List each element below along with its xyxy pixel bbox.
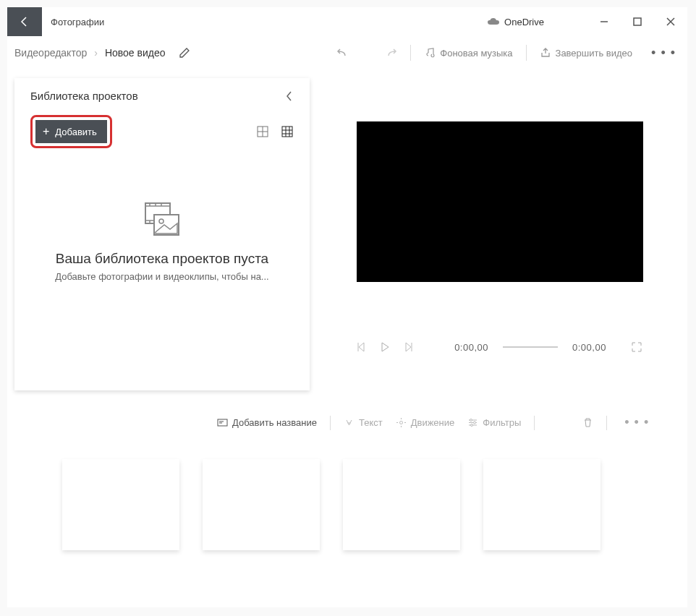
title-bar: Фотографии OneDrive xyxy=(7,7,687,36)
delete-button[interactable] xyxy=(582,417,593,428)
onedrive-button[interactable]: OneDrive xyxy=(487,17,544,27)
svg-point-10 xyxy=(471,424,473,427)
chevron-right-icon: › xyxy=(94,47,98,59)
svg-point-7 xyxy=(399,422,402,424)
motion-button[interactable]: Движение xyxy=(396,417,455,428)
finish-video-button[interactable]: Завершить видео xyxy=(540,47,633,59)
add-button[interactable]: + Добавить xyxy=(35,120,107,143)
text-icon xyxy=(344,417,355,428)
breadcrumb-current[interactable]: Новое видео xyxy=(105,47,166,59)
svg-rect-0 xyxy=(634,18,641,25)
timeline-toolbar: Добавить название Текст Движение Фильтры… xyxy=(7,408,687,437)
storyboard-slot[interactable] xyxy=(62,459,179,550)
scrubber[interactable] xyxy=(503,346,558,348)
export-icon xyxy=(540,47,551,59)
play-button[interactable] xyxy=(381,342,389,352)
arrow-left-icon xyxy=(19,16,30,27)
library-panel: Библиотека проектов + Добавить xyxy=(14,78,310,390)
svg-rect-2 xyxy=(282,127,292,137)
player-controls: 0:00,00 0:00,00 xyxy=(331,341,669,353)
title-card-icon xyxy=(217,417,228,428)
onedrive-label: OneDrive xyxy=(504,17,544,27)
plus-icon: + xyxy=(43,126,49,137)
timeline-more-button[interactable]: • • • xyxy=(620,415,653,430)
finish-label: Завершить видео xyxy=(556,48,633,59)
svg-point-8 xyxy=(470,419,472,422)
collapse-panel-button[interactable] xyxy=(285,90,294,102)
empty-state: Ваша библиотека проектов пуста Добавьте … xyxy=(30,177,294,282)
add-title-card-button[interactable]: Добавить название xyxy=(217,417,317,428)
app-title: Фотографии xyxy=(51,17,104,27)
close-button[interactable] xyxy=(654,7,687,36)
library-title: Библиотека проектов xyxy=(30,90,138,102)
svg-point-9 xyxy=(474,422,476,424)
breadcrumb-root[interactable]: Видеоредактор xyxy=(14,47,87,59)
view-grid-button[interactable] xyxy=(281,125,294,138)
time-current: 0:00,00 xyxy=(454,342,488,353)
empty-title: Ваша библиотека проектов пуста xyxy=(30,251,294,267)
empty-subtitle: Добавьте фотографии и видеоклипы, чтобы … xyxy=(30,271,294,282)
time-total: 0:00,00 xyxy=(572,342,606,353)
video-preview[interactable] xyxy=(357,121,643,282)
undo-button[interactable] xyxy=(336,46,349,59)
svg-rect-6 xyxy=(218,419,227,426)
music-icon xyxy=(424,47,436,59)
back-button[interactable] xyxy=(7,7,42,36)
view-large-button[interactable] xyxy=(256,125,269,138)
storyboard xyxy=(7,437,687,550)
fullscreen-button[interactable] xyxy=(631,341,642,353)
music-label: Фоновая музыка xyxy=(440,48,512,59)
preview-area: 0:00,00 0:00,00 xyxy=(324,78,687,390)
breadcrumb: Видеоредактор › Новое видео xyxy=(14,47,166,59)
command-bar: Видеоредактор › Новое видео Фоновая музы… xyxy=(7,36,687,69)
maximize-button[interactable] xyxy=(621,7,654,36)
filters-icon xyxy=(467,417,478,428)
media-empty-icon xyxy=(141,199,183,241)
minimize-button[interactable] xyxy=(587,7,621,36)
background-music-button[interactable]: Фоновая музыка xyxy=(424,47,512,59)
storyboard-slot[interactable] xyxy=(203,459,320,550)
storyboard-slot[interactable] xyxy=(483,459,600,550)
prev-frame-button[interactable] xyxy=(357,342,366,352)
add-label: Добавить xyxy=(55,127,96,137)
cloud-icon xyxy=(487,17,500,26)
add-button-highlight: + Добавить xyxy=(30,115,112,148)
motion-icon xyxy=(396,417,407,428)
more-button[interactable]: • • • xyxy=(647,46,680,61)
storyboard-slot[interactable] xyxy=(343,459,460,550)
pencil-icon[interactable] xyxy=(179,47,190,59)
redo-button[interactable] xyxy=(384,46,397,59)
next-frame-button[interactable] xyxy=(404,342,412,352)
text-button[interactable]: Текст xyxy=(344,417,383,428)
filters-button[interactable]: Фильтры xyxy=(467,417,521,428)
